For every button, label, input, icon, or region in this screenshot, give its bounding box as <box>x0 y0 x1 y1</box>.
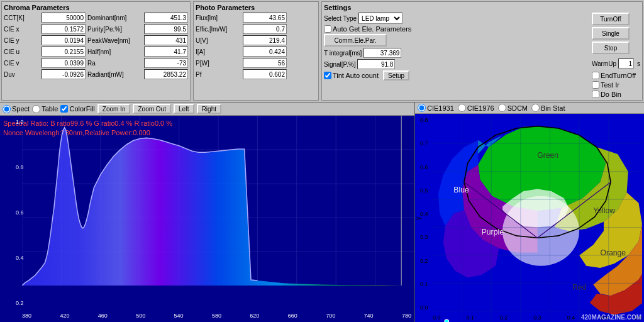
pf-label: Pf <box>196 71 243 78</box>
cie-y-05: 0.5 <box>420 187 428 194</box>
table-radio-label[interactable]: Table <box>32 105 58 113</box>
warmup-row: WarmUp 1 s <box>592 58 640 69</box>
zoom-out-button[interactable]: Zoom Out <box>133 104 170 114</box>
test-ir-checkbox-label[interactable]: Test Ir <box>592 81 619 89</box>
radiant-row: Radiant[mW] 2853.22 <box>87 69 188 79</box>
zoom-in-button[interactable]: Zoom In <box>97 104 131 114</box>
cieu-row: CIE u 0.2155 <box>4 47 86 57</box>
svg-text:Blue: Blue <box>453 186 469 194</box>
single-button[interactable]: Single <box>592 27 630 40</box>
cie1976-radio[interactable] <box>458 104 466 112</box>
spectrum-svg <box>22 116 414 286</box>
ciex-row: CIE x 0.1572 <box>4 24 86 34</box>
flux-row: Flux[lm] 43.65 <box>196 13 316 23</box>
auto-get-checkbox[interactable] <box>324 25 331 33</box>
comm-ele-par-button[interactable]: Comm.Ele.Par. <box>324 34 387 47</box>
x-label-620: 620 <box>250 313 259 319</box>
auto-get-checkbox-label[interactable]: Auto Get Ele. Parameters <box>324 25 411 33</box>
end-turn-off-label: EndTurnOff <box>601 72 636 79</box>
select-type-dropdown[interactable]: LED lamp <box>358 13 402 24</box>
t-integral-label: T integral[ms] <box>324 50 362 57</box>
svg-text:Yellow: Yellow <box>593 206 615 215</box>
cie1931-label: CIE1931 <box>427 104 454 112</box>
color-fill-checkbox-label[interactable]: ColorFill <box>60 105 94 113</box>
turn-off-button[interactable]: TurnOff <box>592 13 630 25</box>
tint-auto-checkbox-label[interactable]: Tint Auto count <box>324 72 379 79</box>
comm-ele-row: Comm.Ele.Par. <box>324 34 589 47</box>
bin-stat-radio-label[interactable]: Bin Stat <box>531 104 565 112</box>
uvolt-row: U[V] 219.4 <box>196 35 316 45</box>
cct-label: CCT[K] <box>4 14 42 21</box>
ciey-row: CIE y 0.0194 <box>4 35 86 45</box>
photo-parameters-section: Photo Parameters Flux[lm] 43.65 Effic.[l… <box>193 1 319 101</box>
cie1976-radio-label[interactable]: CIE1976 <box>458 104 494 112</box>
spect-radio-label[interactable]: Spect <box>3 105 30 113</box>
cie-y-06: 0.6 <box>420 164 428 170</box>
peakwave-value: 431 <box>144 35 188 45</box>
warmup-unit: s <box>637 60 640 67</box>
purity-row: Purity[Pe.%] 99.5 <box>87 24 188 34</box>
flux-value: 43.65 <box>243 13 287 23</box>
half-label: Half[nm] <box>87 48 144 55</box>
signal-label: Signal[P.%] <box>324 61 355 68</box>
radiant-label: Radiant[mW] <box>87 71 144 78</box>
color-fill-checkbox[interactable] <box>60 105 68 113</box>
setup-button[interactable]: Setup <box>383 70 409 80</box>
sdcm-label: SDCM <box>508 104 528 112</box>
cie-y-02: 0.2 <box>420 258 428 264</box>
spectrum-chart: Spectral Ratio: B ratio99.6 % G ratio0.4… <box>0 116 414 322</box>
chroma-parameters-section: Chroma Parameters CCT[K] 50000 CIE x 0.1… <box>1 1 191 101</box>
cie1931-radio-label[interactable]: CIE1931 <box>418 104 454 112</box>
test-ir-checkbox[interactable] <box>592 81 599 89</box>
spectrum-x-axis: 380 420 460 500 540 580 620 660 700 740 … <box>22 313 411 319</box>
peakwave-row: PeakWave[nm] 431 <box>87 35 188 45</box>
cie1931-radio[interactable] <box>418 104 426 112</box>
do-bin-checkbox-label[interactable]: Do Bin <box>592 91 621 98</box>
left-button[interactable]: Left <box>174 104 194 114</box>
end-turn-off-checkbox[interactable] <box>592 72 599 79</box>
cie-toolbar: CIE1931 CIE1976 SDCM Bin Stat <box>415 103 644 114</box>
x-label-460: 460 <box>98 313 108 319</box>
cie-diagram-area: y 0.8 0.7 0.6 0.5 0.4 0.3 0.2 0.1 0.0 <box>415 114 644 322</box>
cie-y-00: 0.0 <box>420 304 428 311</box>
cie-section: CIE1931 CIE1976 SDCM Bin Stat <box>415 103 644 322</box>
duv-value: -0.0926 <box>42 69 86 79</box>
effic-row: Effic.[lm/W] 0.7 <box>196 24 316 34</box>
end-turn-off-checkbox-label[interactable]: EndTurnOff <box>592 72 636 79</box>
table-radio[interactable] <box>32 105 40 113</box>
stop-button[interactable]: Stop <box>592 42 630 54</box>
dominant-value: 451.3 <box>144 13 188 23</box>
x-label-540: 540 <box>174 313 184 319</box>
sdcm-radio-label[interactable]: SDCM <box>498 104 528 112</box>
bin-stat-radio[interactable] <box>531 104 540 112</box>
select-type-label: Select Type <box>324 15 357 22</box>
pf-value: 0.602 <box>243 69 287 79</box>
effic-value: 0.7 <box>243 24 287 34</box>
pwatt-label: P[W] <box>196 60 243 67</box>
pwatt-row: P[W] 56 <box>196 58 316 68</box>
x-label-660: 660 <box>288 313 297 319</box>
ciey-value: 0.0194 <box>42 35 86 45</box>
spect-radio[interactable] <box>3 105 11 113</box>
radiant-value: 2853.22 <box>144 69 188 79</box>
ra-label: Ra <box>87 60 144 67</box>
watermark: 420MAGAZINE.COM <box>581 314 641 321</box>
auto-get-label: Auto Get Ele. Parameters <box>333 25 411 33</box>
cie-y-08: 0.8 <box>420 117 428 123</box>
spect-label: Spect <box>12 105 30 113</box>
cie-x-00: 0.0 <box>433 314 441 321</box>
bin-stat-label: Bin Stat <box>541 104 565 112</box>
do-bin-checkbox[interactable] <box>592 91 599 98</box>
tint-auto-row: Tint Auto count Setup <box>324 70 589 80</box>
settings-section: Settings Select Type LED lamp Auto Get E… <box>321 1 643 101</box>
dominant-label: Dominant[nm] <box>87 14 144 21</box>
tint-auto-checkbox[interactable] <box>324 72 331 79</box>
t-integral-row: T integral[ms] 37.369 <box>324 48 589 58</box>
cie-y-07: 0.7 <box>420 140 428 147</box>
x-label-420: 420 <box>60 313 69 319</box>
x-label-740: 740 <box>364 313 374 319</box>
sdcm-radio[interactable] <box>498 104 506 112</box>
signal-value: 91.8 <box>357 59 395 69</box>
right-button[interactable]: Right <box>197 104 221 114</box>
cie-x-03: 0.3 <box>533 314 541 321</box>
